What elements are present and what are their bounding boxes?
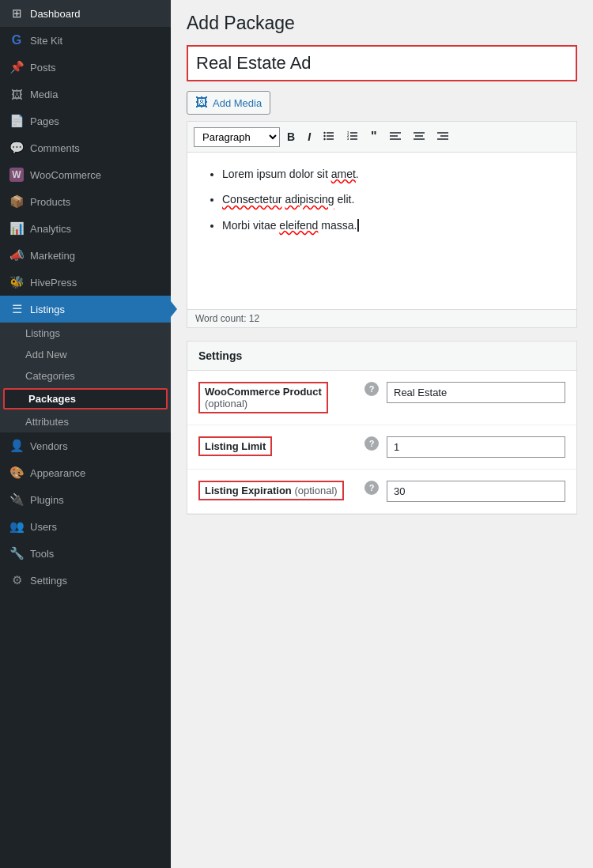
listings-icon: ☰ (9, 302, 24, 316)
align-right-icon (437, 130, 448, 142)
submenu-add-new[interactable]: Add New (0, 344, 171, 365)
hivepress-icon: 🐝 (9, 275, 24, 289)
align-left-button[interactable] (384, 127, 406, 147)
editor-list: Lorem ipsum dolor sit amet. Consectetur … (203, 165, 561, 234)
sidebar-item-label: Appearance (30, 467, 85, 479)
listing-limit-input[interactable] (387, 436, 565, 458)
spell-adipiscing: adipiscing (285, 193, 334, 206)
sidebar-item-label: Products (30, 196, 70, 208)
sidebar-item-label: Settings (30, 575, 67, 587)
sidebar-item-label: WooCommerce (30, 169, 101, 181)
submenu-categories[interactable]: Categories (0, 365, 171, 387)
listing-limit-help-icon[interactable]: ? (364, 436, 379, 451)
sidebar-item-woocommerce[interactable]: W WooCommerce (0, 161, 171, 188)
sidebar-item-label: Dashboard (30, 8, 81, 20)
sidebar-item-users[interactable]: 👥 Users (0, 513, 171, 540)
woocommerce-icon: W (9, 168, 24, 182)
package-title-input[interactable] (188, 47, 576, 80)
sidebar-item-listings[interactable]: ☰ Listings (0, 296, 171, 323)
editor-list-item: Morbi vitae eleifend massa. (222, 217, 561, 234)
listing-limit-label: Listing Limit (205, 440, 266, 452)
add-media-button[interactable]: 🖼 Add Media (187, 91, 270, 115)
products-icon: 📦 (9, 194, 24, 209)
sidebar-item-vendors[interactable]: 👤 Vendors (0, 432, 171, 459)
cursor (357, 219, 362, 232)
users-icon: 👥 (9, 519, 24, 534)
sidebar-item-label: Comments (30, 142, 80, 154)
paragraph-select[interactable]: Paragraph Heading 1 Heading 2 (194, 127, 280, 147)
sidebar-item-label: Pages (30, 115, 59, 127)
sidebar-item-appearance[interactable]: 🎨 Appearance (0, 459, 171, 486)
settings-label-wrap-woocommerce: WooCommerce Product (optional) (198, 382, 357, 413)
sidebar-item-hivepress[interactable]: 🐝 HivePress (0, 269, 171, 296)
listing-expiration-help-icon[interactable]: ? (364, 481, 379, 495)
settings-title: Settings (187, 342, 576, 371)
add-media-icon: 🖼 (195, 96, 208, 110)
sidebar-item-products[interactable]: 📦 Products (0, 188, 171, 215)
sidebar-item-label: Posts (30, 62, 56, 74)
ordered-list-icon: 123 (347, 130, 358, 142)
svg-text:3: 3 (347, 137, 349, 141)
sidebar-item-analytics[interactable]: 📊 Analytics (0, 215, 171, 242)
spell-eleifend: eleifend (279, 219, 318, 232)
sidebar-item-pages[interactable]: 📄 Pages (0, 108, 171, 134)
sidebar-item-label: Media (30, 89, 58, 100)
woocommerce-product-input[interactable] (387, 382, 565, 403)
sidebar-item-media[interactable]: 🖼 Media (0, 81, 171, 108)
unordered-list-button[interactable] (318, 127, 340, 147)
sidebar-item-tools[interactable]: 🔧 Tools (0, 540, 171, 567)
sidebar-item-settings[interactable]: ⚙ Settings (0, 567, 171, 594)
submenu-packages[interactable]: Packages (3, 388, 168, 409)
listing-expiration-input[interactable] (387, 481, 565, 502)
settings-row-listing-limit: Listing Limit ? (187, 425, 576, 470)
settings-label-wrap-expiration: Listing Expiration (optional) (198, 481, 357, 500)
spell-amet: amet (331, 168, 356, 180)
listing-expiration-optional: (optional) (294, 485, 337, 496)
sidebar-item-label: Analytics (30, 223, 71, 235)
woocommerce-product-optional: (optional) (205, 398, 247, 409)
svg-point-4 (323, 134, 325, 136)
active-arrow (171, 301, 177, 317)
sidebar-item-sitekit[interactable]: G Site Kit (0, 27, 171, 54)
word-count: Word count: 12 (195, 313, 259, 324)
editor-area[interactable]: Lorem ipsum dolor sit amet. Consectetur … (187, 152, 577, 310)
page-title: Add Package (187, 13, 577, 34)
settings-icon: ⚙ (9, 573, 24, 587)
marketing-icon: 📣 (9, 248, 24, 262)
sidebar-item-posts[interactable]: 📌 Posts (0, 54, 171, 81)
align-center-button[interactable] (408, 127, 430, 147)
sidebar-item-comments[interactable]: 💬 Comments (0, 134, 171, 161)
sidebar-item-marketing[interactable]: 📣 Marketing (0, 242, 171, 269)
bold-button[interactable]: B (281, 127, 300, 146)
sitekit-icon: G (9, 33, 24, 47)
main-content: Add Package 🖼 Add Media Paragraph Headin… (171, 0, 593, 868)
sidebar-item-plugins[interactable]: 🔌 Plugins (0, 486, 171, 513)
submenu-listings[interactable]: Listings (0, 323, 171, 344)
sidebar-item-label: Tools (30, 548, 54, 560)
appearance-icon: 🎨 (9, 466, 24, 480)
submenu-attributes[interactable]: Attributes (0, 411, 171, 432)
editor-list-item: Lorem ipsum dolor sit amet. (222, 165, 561, 183)
svg-point-3 (323, 131, 325, 133)
editor-toolbar: Paragraph Heading 1 Heading 2 B I 123 " (187, 121, 577, 152)
spell-consectetur: Consectetur (222, 193, 281, 206)
align-right-button[interactable] (432, 127, 454, 147)
unordered-list-icon (323, 130, 334, 142)
woocommerce-help-icon[interactable]: ? (364, 382, 379, 396)
sidebar: ⊞ Dashboard G Site Kit 📌 Posts 🖼 Media 📄… (0, 0, 171, 868)
plugins-icon: 🔌 (9, 492, 24, 507)
blockquote-button[interactable]: " (365, 126, 383, 147)
title-input-wrapper (187, 45, 577, 81)
analytics-icon: 📊 (9, 221, 24, 236)
comments-icon: 💬 (9, 141, 24, 155)
ordered-list-button[interactable]: 123 (342, 127, 364, 147)
listing-limit-label-box: Listing Limit (198, 436, 272, 456)
sidebar-item-label: Plugins (30, 494, 64, 506)
vendors-icon: 👤 (9, 439, 24, 453)
italic-button[interactable]: I (302, 127, 316, 146)
settings-label-wrap-limit: Listing Limit (198, 436, 357, 456)
sidebar-item-dashboard[interactable]: ⊞ Dashboard (0, 0, 171, 27)
settings-row-woocommerce-product: WooCommerce Product (optional) ? (187, 371, 576, 425)
sidebar-item-label: HivePress (30, 277, 77, 289)
settings-box: Settings WooCommerce Product (optional) … (187, 341, 577, 515)
